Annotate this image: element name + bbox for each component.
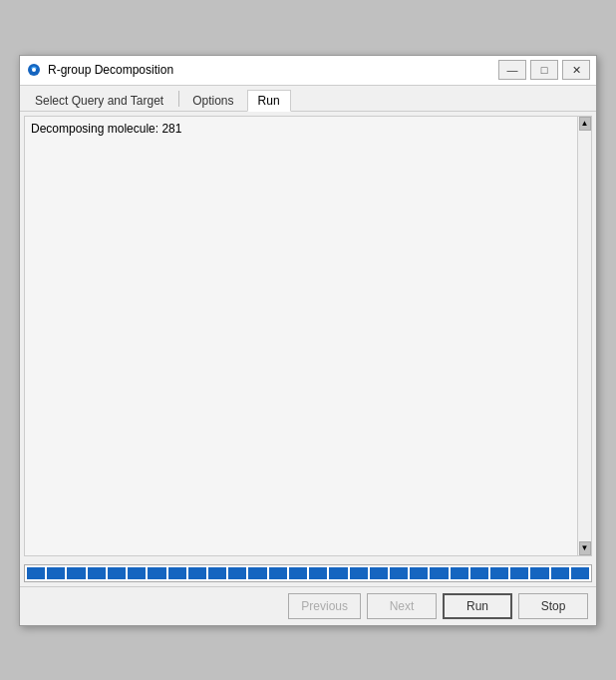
progress-segment-24 <box>510 567 528 579</box>
minimize-button[interactable]: — <box>498 60 526 80</box>
footer-buttons: Previous Next Run Stop <box>20 586 596 625</box>
progress-segment-27 <box>571 567 589 579</box>
progress-segment-13 <box>289 567 307 579</box>
progress-segment-11 <box>248 567 266 579</box>
maximize-button[interactable]: □ <box>530 60 558 80</box>
progress-segment-12 <box>269 567 287 579</box>
main-window: R-group Decomposition — □ ✕ Select Query… <box>19 55 597 626</box>
title-bar: R-group Decomposition — □ ✕ <box>20 56 596 86</box>
progress-segment-21 <box>451 567 468 579</box>
progress-segment-3 <box>88 567 106 579</box>
log-message: Decomposing molecule: 281 <box>25 117 591 142</box>
progress-segment-1 <box>47 567 65 579</box>
progress-segment-7 <box>168 567 186 579</box>
progress-segment-17 <box>370 567 388 579</box>
progress-segment-26 <box>551 567 569 579</box>
progress-segment-22 <box>470 567 488 579</box>
progress-segment-25 <box>530 567 548 579</box>
progress-segment-18 <box>390 567 408 579</box>
next-button[interactable]: Next <box>367 593 437 619</box>
progress-bar <box>24 564 592 582</box>
progress-segment-8 <box>188 567 206 579</box>
svg-point-1 <box>32 68 36 72</box>
tab-bar: Select Query and Target Options Run <box>20 86 596 112</box>
scrollbar-right[interactable]: ▲ ▼ <box>577 117 591 555</box>
scroll-up-button[interactable]: ▲ <box>579 117 591 131</box>
window-controls: — □ ✕ <box>498 60 590 80</box>
progress-segment-23 <box>490 567 508 579</box>
app-icon <box>26 62 42 78</box>
progress-segment-9 <box>208 567 226 579</box>
log-panel: Decomposing molecule: 281 ▲ ▼ <box>24 116 592 556</box>
progress-segment-0 <box>27 567 45 579</box>
tab-select-query[interactable]: Select Query and Target <box>24 90 174 111</box>
progress-segment-16 <box>350 567 368 579</box>
progress-segment-5 <box>128 567 146 579</box>
progress-segment-15 <box>329 567 347 579</box>
tab-options[interactable]: Options <box>181 90 244 111</box>
progress-segment-4 <box>108 567 126 579</box>
window-title: R-group Decomposition <box>48 63 498 77</box>
content-area: Decomposing molecule: 281 ▲ ▼ <box>20 112 596 560</box>
previous-button[interactable]: Previous <box>288 593 361 619</box>
stop-button[interactable]: Stop <box>518 593 588 619</box>
progress-segment-2 <box>67 567 85 579</box>
tab-separator-1 <box>178 91 179 107</box>
tab-run[interactable]: Run <box>247 90 291 112</box>
progress-segment-20 <box>430 567 448 579</box>
progress-area <box>20 560 596 586</box>
scroll-down-button[interactable]: ▼ <box>579 541 591 555</box>
progress-segment-10 <box>228 567 246 579</box>
progress-segment-19 <box>410 567 428 579</box>
close-button[interactable]: ✕ <box>562 60 590 80</box>
run-button[interactable]: Run <box>443 593 512 619</box>
progress-segment-14 <box>309 567 327 579</box>
progress-segment-6 <box>148 567 165 579</box>
